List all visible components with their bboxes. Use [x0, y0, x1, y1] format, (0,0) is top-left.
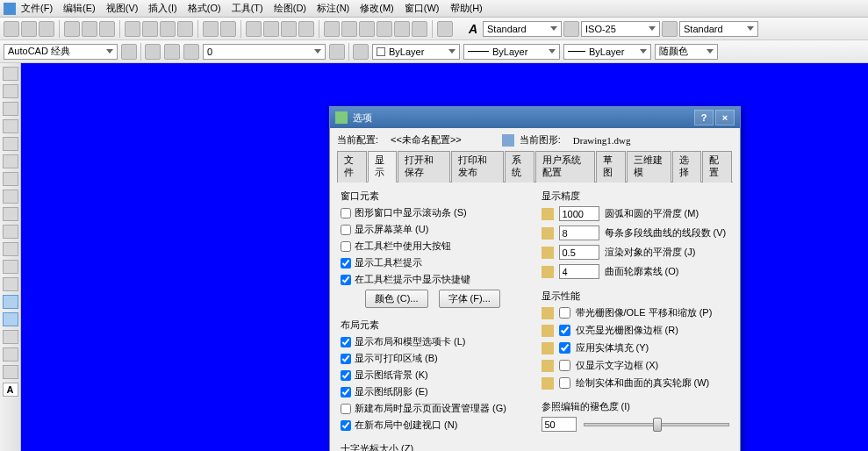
point-icon[interactable] — [3, 295, 18, 309]
layer-icon[interactable] — [145, 44, 161, 60]
menu-dim[interactable]: 标注(N) — [317, 2, 349, 15]
chk-panzoom[interactable] — [559, 307, 570, 319]
chk-paperbg[interactable] — [341, 370, 351, 381]
color-icon[interactable] — [353, 44, 369, 60]
fade-input[interactable] — [542, 417, 577, 432]
tablestyle-combo[interactable]: Standard — [679, 21, 758, 37]
open-icon[interactable] — [21, 21, 37, 37]
rect-icon[interactable] — [3, 137, 18, 151]
table-icon[interactable] — [3, 365, 18, 379]
match-icon[interactable] — [177, 21, 193, 37]
menu-view[interactable]: 视图(V) — [106, 2, 139, 15]
region-icon[interactable] — [3, 347, 18, 362]
paste-icon[interactable] — [160, 21, 176, 37]
segments-input[interactable] — [559, 226, 599, 240]
colors-button[interactable]: 颜色 (C)... — [365, 290, 428, 308]
zoom2-icon[interactable] — [281, 21, 297, 37]
menu-format[interactable]: 格式(O) — [188, 2, 221, 15]
menu-tools[interactable]: 工具(T) — [232, 2, 263, 15]
ssm-icon[interactable] — [377, 21, 392, 37]
insert-icon[interactable] — [3, 260, 18, 274]
tab-opensave[interactable]: 打开和保存 — [398, 151, 450, 183]
calc-icon[interactable] — [412, 21, 427, 37]
chk-printarea[interactable] — [341, 354, 351, 364]
chk-silhouette[interactable] — [559, 377, 570, 389]
menu-window[interactable]: 窗口(W) — [405, 2, 440, 15]
dc-icon[interactable] — [341, 21, 357, 37]
tab-display[interactable]: 显示 — [368, 151, 398, 183]
layer-combo[interactable]: 0 — [203, 44, 326, 60]
chk-textframe[interactable] — [559, 360, 570, 371]
revcloud-icon[interactable] — [3, 190, 18, 204]
chk-shortcuts[interactable] — [341, 275, 351, 285]
tab-files[interactable]: 文件 — [337, 151, 367, 183]
contour-input[interactable] — [559, 264, 599, 279]
xline-icon[interactable] — [3, 84, 18, 98]
lineweight-combo[interactable]: ByLayer — [563, 44, 651, 60]
block-icon[interactable] — [3, 277, 18, 291]
menu-draw[interactable]: 绘图(D) — [274, 2, 306, 15]
tab-selection[interactable]: 选择 — [672, 151, 702, 183]
chk-pagesetup[interactable] — [341, 404, 351, 414]
color-combo[interactable]: ByLayer — [372, 44, 460, 60]
textstyle-combo[interactable]: Standard — [483, 21, 562, 37]
arc-smooth-input[interactable] — [559, 206, 599, 221]
layerp-icon[interactable] — [329, 44, 345, 60]
tab-system[interactable]: 系统 — [505, 151, 534, 183]
arc-icon[interactable] — [3, 154, 18, 168]
chk-viewport[interactable] — [341, 420, 351, 431]
orbit-icon[interactable] — [298, 21, 314, 37]
menu-edit[interactable]: 编辑(E) — [63, 2, 96, 15]
props-icon[interactable] — [324, 21, 340, 37]
dialog-titlebar[interactable]: 选项 ? × — [330, 107, 740, 128]
menu-modify[interactable]: 修改(M) — [360, 2, 394, 15]
zoom-icon[interactable] — [263, 21, 279, 37]
print-icon[interactable] — [64, 21, 80, 37]
line-icon[interactable] — [3, 67, 18, 81]
fade-slider[interactable] — [584, 423, 730, 426]
lock-icon[interactable] — [183, 44, 199, 60]
chk-screenmenu[interactable] — [341, 225, 351, 235]
dimstyle-icon[interactable] — [563, 21, 579, 37]
help-button[interactable]: ? — [694, 110, 714, 125]
close-button[interactable]: × — [715, 110, 735, 125]
menu-insert[interactable]: 插入(I) — [148, 2, 176, 15]
copy-icon[interactable] — [142, 21, 158, 37]
gradient-icon[interactable] — [3, 330, 18, 344]
chk-papershadow[interactable] — [341, 387, 351, 397]
chk-scrollbars[interactable] — [341, 208, 351, 218]
circle-icon[interactable] — [3, 172, 18, 186]
pline-icon[interactable] — [3, 102, 18, 116]
render-smooth-input[interactable] — [559, 245, 599, 260]
publish-icon[interactable] — [99, 21, 115, 37]
fonts-button[interactable]: 字体 (F)... — [439, 290, 500, 308]
dimstyle-combo[interactable]: ISO-25 — [581, 21, 660, 37]
tab-plot[interactable]: 打印和发布 — [451, 151, 504, 183]
ellipsearc-icon[interactable] — [3, 242, 18, 256]
tab-3dmodel[interactable]: 三维建模 — [627, 151, 671, 183]
linetype-combo[interactable]: ByLayer — [463, 44, 560, 60]
chk-solidfill[interactable] — [559, 342, 570, 354]
workspace-combo[interactable]: AutoCAD 经典 — [4, 44, 118, 60]
ellipse-icon[interactable] — [3, 225, 18, 239]
undo-icon[interactable] — [203, 21, 219, 37]
chk-layouttabs[interactable] — [341, 337, 351, 347]
polygon-icon[interactable] — [3, 119, 18, 133]
menu-file[interactable]: 文件(F) — [21, 2, 53, 15]
save-icon[interactable] — [39, 21, 54, 37]
tab-profiles[interactable]: 配置 — [702, 151, 732, 183]
mtext-icon[interactable]: A — [3, 383, 18, 397]
preview-icon[interactable] — [82, 21, 97, 37]
chk-tooltips[interactable] — [341, 258, 351, 268]
help-icon[interactable] — [437, 21, 453, 37]
tab-userpref[interactable]: 用户系统配置 — [535, 151, 596, 183]
chk-largebtn[interactable] — [341, 241, 351, 252]
plotstyle-combo[interactable]: 随颜色 — [655, 44, 718, 60]
ws-settings-icon[interactable] — [121, 44, 137, 60]
mark-icon[interactable] — [394, 21, 410, 37]
redo-icon[interactable] — [220, 21, 236, 37]
tab-drafting[interactable]: 草图 — [596, 151, 626, 183]
chk-rasterframe[interactable] — [559, 325, 570, 336]
drawing-area[interactable]: A 选项 ? × 当前配置: <<未命名配置>> 当前图形: Drawing1.… — [0, 63, 868, 451]
hatch-icon[interactable] — [3, 312, 18, 326]
